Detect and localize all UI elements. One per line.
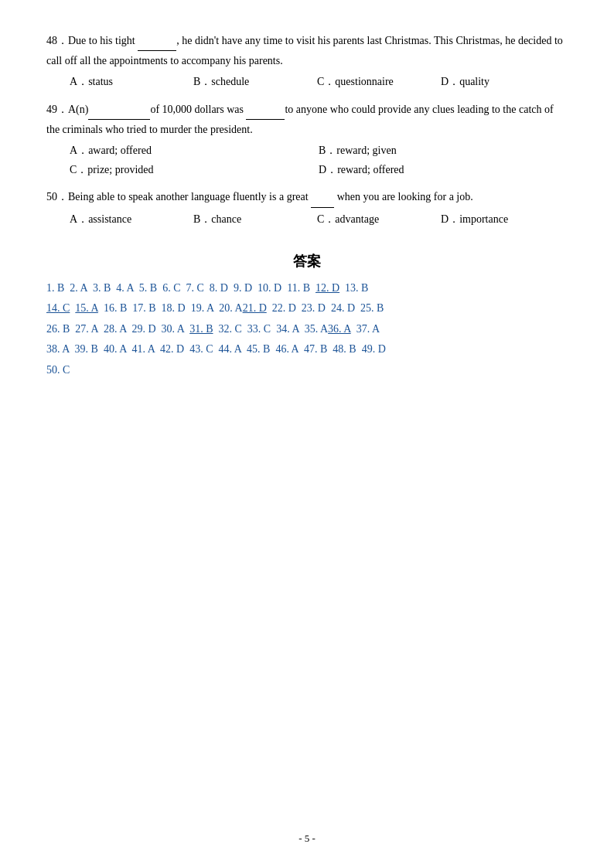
q50-blank1 [311, 187, 334, 207]
q50-options: A．assistance B．chance C．advantage D．impo… [70, 209, 568, 229]
q50-option-a: A．assistance [70, 209, 193, 229]
q49-option-d: D．reward; offered [319, 160, 568, 179]
question-50-text: 50．Being able to speak another language … [46, 187, 568, 207]
q48-options: A．status B．schedule C．questionnaire D．qu… [70, 72, 568, 91]
question-49-text: 49．A(n) of 10,000 dollars was to anyone … [46, 100, 568, 139]
q49-option-c: C．prize; provided [70, 160, 319, 179]
q50-number: 50． [46, 191, 68, 203]
q48-option-c: C．questionnaire [317, 72, 441, 91]
answer-row-2: 14. C 15. A 16. B 17. B 18. D 19. A 20. … [46, 298, 568, 319]
q49-number: 49． [46, 104, 68, 115]
q49-blank2 [246, 100, 285, 120]
answer-row-1: 1. B 2. A 3. B 4. A 5. B 6. C 7. C 8. D … [46, 278, 568, 299]
q49-option-b: B．reward; given [319, 141, 568, 160]
q48-blank1 [138, 31, 176, 51]
question-48-text: 48．Due to his tight , he didn't have any… [46, 31, 568, 70]
answer-row-4: 38. A 39. B 40. A 41. A 42. D 43. C 44. … [46, 339, 568, 360]
question-50: 50．Being able to speak another language … [46, 187, 568, 228]
answer-row-3: 26. B 27. A 28. A 29. D 30. A 31. B 32. … [46, 319, 568, 340]
q48-option-b: B．schedule [193, 72, 317, 91]
answer-section: 答案 1. B 2. A 3. B 4. A 5. B 6. C 7. C 8.… [46, 252, 568, 381]
page: 48．Due to his tight , he didn't have any… [0, 0, 614, 868]
q48-option-a: A．status [70, 72, 193, 91]
answer-row-5: 50. C [46, 360, 568, 381]
q49-options: A．award; offered B．reward; given C．prize… [70, 141, 568, 179]
q50-option-b: B．chance [193, 209, 317, 229]
answer-title: 答案 [46, 252, 568, 271]
q48-number: 48． [46, 35, 68, 46]
q50-option-d: D．importance [441, 209, 565, 229]
question-48: 48．Due to his tight , he didn't have any… [46, 31, 568, 92]
q48-option-d: D．quality [441, 72, 565, 91]
q50-option-c: C．advantage [317, 209, 441, 229]
q49-option-a: A．award; offered [70, 141, 319, 160]
page-number: - 5 - [298, 832, 316, 845]
q49-blank1 [88, 100, 150, 120]
question-49: 49．A(n) of 10,000 dollars was to anyone … [46, 100, 568, 180]
